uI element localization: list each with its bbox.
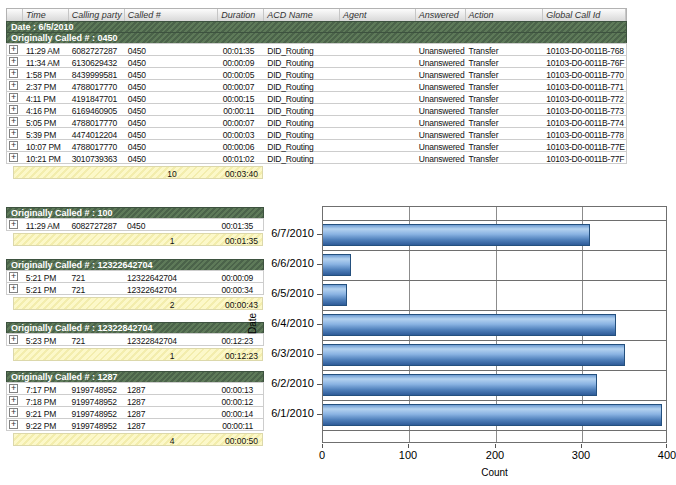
table-row[interactable]: +7:18 PM9199748952128700:00:12 [6,394,264,407]
expand-plus-icon[interactable]: + [9,408,18,417]
cell: 0450 [125,152,219,163]
table-row[interactable]: +5:21 PM7211232264270400:00:09 [6,270,264,283]
table-row[interactable]: +11:34 AM6130629432045000:00:09DID_Routi… [6,55,627,68]
expand-plus-icon[interactable]: + [9,284,18,293]
y-axis-tick-mark [317,414,322,415]
y-axis-tick-mark [317,324,322,325]
expand-plus-icon[interactable]: + [9,57,18,66]
summary-band: 100:01:35 [13,233,263,246]
cell: 6082727287 [69,219,125,230]
summary-count: 2 [114,300,230,310]
expand-cell: + [7,219,23,230]
summary-band: 400:00:50 [13,433,263,446]
x-axis-tick-mark [408,444,409,448]
y-axis-tick-label: 6/3/2010 [252,347,314,359]
y-axis-tick-label: 6/7/2010 [252,227,314,239]
cell: 12322642704 [124,271,217,282]
summary-row: 100:01:35 [6,233,264,246]
cell: 10103-D0-0011B-77F [543,152,626,163]
table-row[interactable]: +9:21 PM9199748952128700:00:14 [6,406,264,419]
expand-plus-icon[interactable]: + [9,384,18,393]
sub-table: Originally Called # : 12322842704+5:23 P… [6,322,264,361]
table-row[interactable]: +5:23 PM7211232284270400:12:23 [6,333,264,346]
summary-row: 1000:03:40 [6,166,627,179]
cell: Transfer [466,128,544,139]
cell: 2:37 PM [23,80,69,91]
table-row[interactable]: +10:07 PM4788017770045000:00:06DID_Routi… [6,139,627,152]
chart-plot-area [322,206,667,443]
cell [340,116,416,127]
column-header-expand[interactable] [7,9,23,21]
sub-table: Originally Called # : 12322642704+5:21 P… [6,259,264,310]
column-header-calling-party-[interactable]: Calling party # [69,9,125,21]
cell: 4191847701 [69,92,125,103]
cell: Unanswered [416,68,466,79]
cell: Unanswered [416,104,466,115]
cell [340,92,416,103]
expand-cell: + [7,407,23,418]
table-row[interactable]: +4:16 PM6169460905045000:00:11DID_Routin… [6,103,627,116]
table-row[interactable]: +5:05 PM4788017770045000:00:07DID_Routin… [6,115,627,128]
table-row[interactable]: +5:39 PM4474012204045000:00:03DID_Routin… [6,127,627,140]
column-header-global-call-id[interactable]: Global Call Id [543,9,626,21]
cell: 0450 [125,104,219,115]
cell: 5:05 PM [23,116,69,127]
cell: Transfer [466,56,544,67]
expand-plus-icon[interactable]: + [9,220,18,229]
table-row[interactable]: +7:17 PM9199748952128700:00:13 [6,382,264,395]
cell: Unanswered [416,152,466,163]
expand-cell: + [7,116,23,127]
table-row[interactable]: +5:21 PM7211232264270400:00:34 [6,282,264,295]
y-axis-tick-mark [317,384,322,385]
expand-cell: + [7,128,23,139]
cell: 721 [69,271,125,282]
table-row[interactable]: +11:29 AM6082727287045000:01:35DID_Routi… [6,43,627,56]
cell: DID_Routing [264,152,340,163]
expand-plus-icon[interactable]: + [9,272,18,281]
expand-plus-icon[interactable]: + [9,396,18,405]
expand-plus-icon[interactable]: + [9,141,18,150]
expand-plus-icon[interactable]: + [9,69,18,78]
table-row[interactable]: +1:58 PM8439999581045000:00:05DID_Routin… [6,67,627,80]
table-row[interactable]: +4:11 PM4191847701045000:00:15DID_Routin… [6,91,627,104]
chart-bar [323,344,625,366]
column-header-answered[interactable]: Answered [416,9,466,21]
table-row[interactable]: +11:29 AM6082727287045000:01:35 [6,218,264,231]
cell [340,104,416,115]
cell: DID_Routing [264,92,340,103]
cell: Unanswered [416,116,466,127]
column-header-time[interactable]: Time [23,9,69,21]
expand-plus-icon[interactable]: + [9,45,18,54]
summary-count: 4 [114,436,230,446]
call-report-screen: TimeCalling party #Called #DurationACD N… [0,0,676,485]
cell: 10103-D0-0011B-768 [543,44,626,55]
gridline-horizontal [323,220,666,221]
expand-plus-icon[interactable]: + [9,93,18,102]
gridline-horizontal [323,400,666,401]
expand-plus-icon[interactable]: + [9,81,18,90]
cell: 00:12:23 [217,334,263,345]
y-axis-tick-label: 6/6/2010 [252,257,314,269]
cell [340,140,416,151]
expand-plus-icon[interactable]: + [9,117,18,126]
expand-plus-icon[interactable]: + [9,105,18,114]
expand-plus-icon[interactable]: + [9,420,18,429]
expand-plus-icon[interactable]: + [9,335,18,344]
cell: 7:17 PM [23,383,69,394]
expand-plus-icon[interactable]: + [9,153,18,162]
column-header-called-[interactable]: Called # [125,9,219,21]
table-row[interactable]: +9:22 PM9199748952128700:00:11 [6,418,264,431]
expand-plus-icon[interactable]: + [9,129,18,138]
cell [340,44,416,55]
column-header-acd-name[interactable]: ACD Name [264,9,340,21]
table-row[interactable]: +10:21 PM3010739363045000:01:02DID_Routi… [6,151,627,164]
y-axis-tick-mark [317,354,322,355]
y-axis-tick-label: 6/2/2010 [252,377,314,389]
column-header-agent[interactable]: Agent [340,9,416,21]
summary-band: 1000:03:40 [13,166,263,179]
cell: 1287 [124,419,217,430]
table-row[interactable]: +2:37 PM4788017770045000:00:07DID_Routin… [6,79,627,92]
cell: 9:21 PM [23,407,69,418]
column-header-duration[interactable]: Duration [218,9,264,21]
column-header-action[interactable]: Action [466,9,544,21]
